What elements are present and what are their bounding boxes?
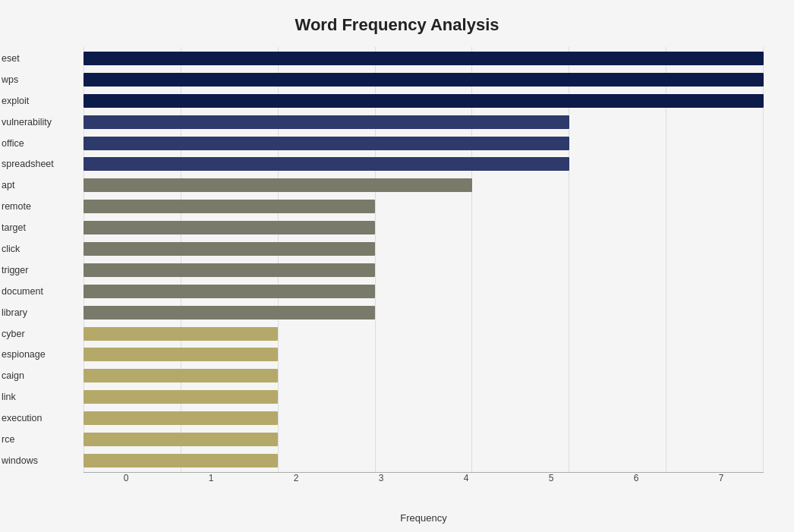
bar [83,327,278,341]
x-tick: 4 [424,473,509,483]
x-tick: 3 [339,473,424,483]
bar [83,263,375,277]
bar [83,157,569,171]
x-tick: 5 [509,473,594,483]
bar-row: espionage [83,346,764,363]
bar [83,369,278,382]
bar [83,178,472,192]
bar [83,137,569,150]
bar-row: wps [83,71,764,88]
x-tick: 6 [594,473,679,483]
chart-container: Word Frequency Analysis esetwpsexploitvu… [0,0,794,532]
bar [83,242,375,256]
x-tick: 0 [83,473,169,483]
bar-row: link [83,389,764,405]
bar-row: cyber [83,326,764,342]
bar [83,411,278,425]
bar-row: caign [83,367,764,384]
bar-row: eset [83,50,764,67]
bar-row: windows [83,452,764,469]
bar [83,390,278,404]
chart-area: esetwpsexploitvulnerabilityofficespreads… [83,47,764,495]
bar [83,348,278,361]
bar-row: target [83,219,764,236]
x-axis: 01234567Frequency [83,472,764,495]
bar-row: vulnerability [83,114,764,131]
bar-row: library [83,304,764,321]
bar [83,52,764,65]
bar [83,454,278,467]
chart-title: Word Frequency Analysis [30,15,764,35]
x-tick: 2 [254,473,339,483]
bar [83,285,375,298]
bar-row: rce [83,431,764,448]
bar-row: trigger [83,262,764,279]
x-tick: 1 [169,473,254,483]
bar [83,94,764,108]
bar-row: exploit [83,93,764,109]
bar [83,115,569,129]
bar [83,306,375,320]
x-tick: 7 [679,473,764,483]
bar-row: spreadsheet [83,156,764,172]
bar-row: document [83,283,764,300]
bar-row: apt [83,177,764,194]
bar-row: execution [83,410,764,427]
bar [83,73,764,87]
bar-row: click [83,241,764,257]
bar-row: remote [83,198,764,215]
bar [83,433,278,446]
x-axis-label: Frequency [400,512,446,524]
bar [83,221,375,235]
bar [83,200,375,213]
bars-wrapper: esetwpsexploitvulnerabilityofficespreads… [83,47,764,472]
bar-row: office [83,135,764,152]
